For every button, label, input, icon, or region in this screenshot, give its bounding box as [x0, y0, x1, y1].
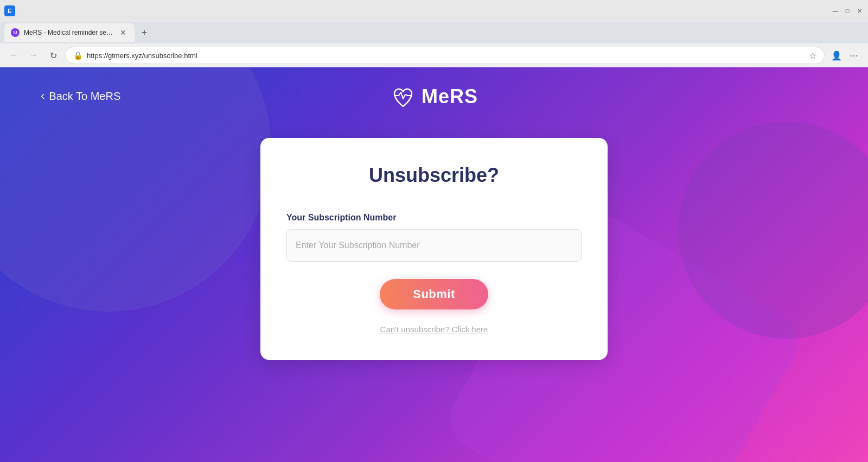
bookmark-icon[interactable]: ☆: [809, 50, 816, 61]
close-button[interactable]: ✕: [855, 7, 864, 15]
tab-title: MeRS - Medical reminder servic...: [24, 29, 114, 36]
page-content: ‹ Back To MeRS MeRS Unsubscribe? Your Su…: [0, 67, 868, 462]
browser-chrome: E — □ ✕ M MeRS - Medical reminder servic…: [0, 0, 868, 67]
minimize-button[interactable]: —: [831, 7, 840, 15]
forward-nav-button[interactable]: →: [26, 48, 41, 63]
url-text: https://gtmers.xyz/unsubscribe.html: [87, 52, 805, 60]
back-nav-button[interactable]: ←: [7, 48, 22, 63]
tab-bar: M MeRS - Medical reminder servic... ✕ +: [0, 22, 868, 43]
address-bar-row: ← → ↻ 🔒 https://gtmers.xyz/unsubscribe.h…: [0, 43, 868, 67]
user-profile-button[interactable]: 👤: [829, 48, 844, 63]
cant-unsubscribe-link[interactable]: Can't unsubscribe? Click here: [380, 325, 488, 334]
back-arrow-icon: ‹: [41, 89, 44, 103]
unsubscribe-card: Unsubscribe? Your Subscription Number Su…: [260, 138, 608, 360]
card-title: Unsubscribe?: [286, 164, 582, 187]
new-tab-button[interactable]: +: [137, 25, 152, 40]
title-bar: E — □ ✕: [0, 0, 868, 22]
tab-favicon-icon: M: [11, 28, 20, 37]
browser-logo-icon: E: [4, 5, 15, 16]
window-controls: — □ ✕: [831, 7, 864, 15]
browser-actions: 👤 ⋯: [829, 48, 861, 63]
reload-button[interactable]: ↻: [46, 48, 61, 63]
back-link-label: Back To MeRS: [49, 90, 120, 103]
active-tab[interactable]: M MeRS - Medical reminder servic... ✕: [4, 23, 135, 42]
address-bar[interactable]: 🔒 https://gtmers.xyz/unsubscribe.html ☆: [65, 47, 825, 64]
back-to-mers-link[interactable]: ‹ Back To MeRS: [41, 89, 120, 103]
tab-close-button[interactable]: ✕: [118, 28, 128, 37]
cant-unsubscribe-text: Can't unsubscribe? Click here: [286, 325, 582, 334]
subscription-number-input[interactable]: [286, 229, 582, 262]
logo-text: MeRS: [422, 85, 478, 108]
logo-area: MeRS: [390, 84, 478, 110]
maximize-button[interactable]: □: [843, 7, 852, 15]
subscription-number-label: Your Subscription Number: [286, 213, 582, 223]
more-options-button[interactable]: ⋯: [846, 48, 861, 63]
mers-logo-icon: [390, 84, 416, 110]
submit-button[interactable]: Submit: [380, 279, 488, 309]
lock-icon: 🔒: [73, 51, 82, 60]
